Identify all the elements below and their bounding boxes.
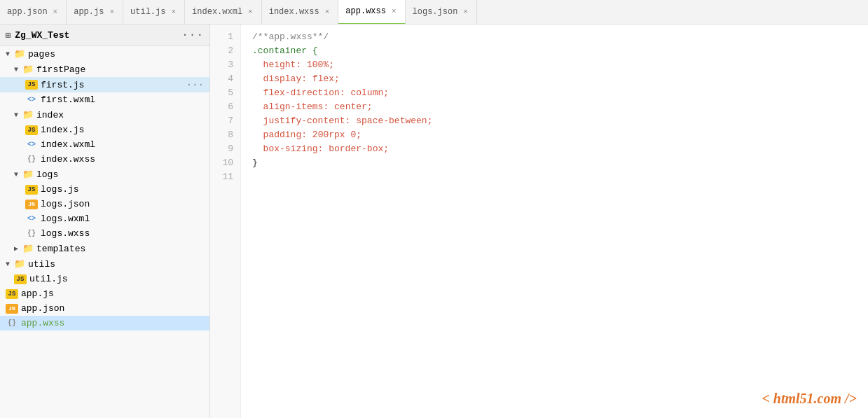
sidebar-header: ⊞ Zg_WX_Test ··· xyxy=(0,25,209,46)
tree-item-utils-folder[interactable]: ▼📁utils xyxy=(0,256,209,272)
folder-icon: 📁 xyxy=(14,258,25,270)
token-property: display: xyxy=(252,74,312,84)
token-brace: } xyxy=(252,158,258,168)
file-label: index.js xyxy=(41,125,84,135)
tab-logs-json[interactable]: logs.json× xyxy=(406,0,477,25)
token-value: flex; xyxy=(312,74,340,84)
line-number: 11 xyxy=(210,170,240,184)
file-label: app.json xyxy=(21,303,64,314)
token-property: padding: xyxy=(252,130,312,140)
tree-item-index-wxss[interactable]: {}index.wxss xyxy=(0,152,209,167)
tab-close-util-js[interactable]: × xyxy=(170,8,177,16)
tab-close-app-wxss[interactable]: × xyxy=(390,7,398,15)
tab-close-index-wxss[interactable]: × xyxy=(324,8,331,16)
file-label: logs.wxml xyxy=(41,214,90,224)
line-number: 10 xyxy=(210,156,240,170)
line-number: 8 xyxy=(210,128,240,142)
tree-item-logs-json[interactable]: JNlogs.json xyxy=(0,197,209,211)
line-number: 6 xyxy=(210,100,240,114)
tab-close-index-wxml[interactable]: × xyxy=(247,8,254,16)
token-property: align-items: xyxy=(252,102,334,112)
code-container: 1234567891011 /**app.wxss**/.container {… xyxy=(210,25,868,418)
file-type-badge: JS xyxy=(25,185,38,195)
tab-app-json[interactable]: app.json× xyxy=(0,0,67,25)
file-label: logs.wxss xyxy=(41,228,90,239)
tree-item-index-folder[interactable]: ▼📁index xyxy=(0,107,209,123)
file-label: logs.js xyxy=(41,184,79,195)
folder-label: pages xyxy=(28,49,55,60)
code-line: } xyxy=(252,156,857,170)
tree-item-app-wxss-file[interactable]: {}app.wxss xyxy=(0,316,209,330)
file-type-badge: JS xyxy=(6,289,18,299)
tree-item-pages[interactable]: ▼📁pages xyxy=(0,46,209,62)
file-type-badge: <> xyxy=(25,214,38,224)
folder-label: firstPage xyxy=(36,64,85,75)
token-value: border-box; xyxy=(329,144,389,154)
tab-app-js[interactable]: app.js× xyxy=(67,0,123,25)
file-label: first.wxml xyxy=(41,95,95,105)
chevron-icon: ▶ xyxy=(14,244,18,253)
file-type-badge: JS xyxy=(25,125,38,135)
folder-icon: 📁 xyxy=(14,48,25,60)
token-property: justify-content: xyxy=(252,116,356,126)
file-more-button[interactable]: ··· xyxy=(186,79,204,90)
line-number: 5 xyxy=(210,86,240,100)
file-label: logs.json xyxy=(41,199,90,209)
folder-label: templates xyxy=(36,244,85,254)
tab-app-wxss[interactable]: app.wxss× xyxy=(338,0,405,25)
line-number: 4 xyxy=(210,72,240,86)
code-content[interactable]: /**app.wxss**/.container { height: 100%;… xyxy=(241,25,868,418)
tree-item-logs-wxml[interactable]: <>logs.wxml xyxy=(0,211,209,226)
file-type-badge: {} xyxy=(25,155,38,165)
tree-item-logs-js[interactable]: JSlogs.js xyxy=(0,182,209,197)
token-value: center; xyxy=(334,102,373,112)
token-property: height: xyxy=(252,60,307,70)
token-value: 200rpx 0; xyxy=(312,130,361,140)
code-line xyxy=(252,170,857,184)
file-label: util.js xyxy=(29,274,68,284)
tab-label-logs-json: logs.json xyxy=(413,7,458,17)
tree-item-firstPage[interactable]: ▼📁firstPage xyxy=(0,62,209,77)
tree-item-templates-folder[interactable]: ▶📁templates xyxy=(0,241,209,256)
token-property: box-sizing: xyxy=(252,144,329,154)
tree-item-app-js-file[interactable]: JSapp.js xyxy=(0,286,209,301)
token-selector: .container { xyxy=(252,46,318,56)
folder-icon: 📁 xyxy=(22,243,34,254)
tab-label-app-js: app.js xyxy=(74,7,104,17)
tab-util-js[interactable]: util.js× xyxy=(123,0,185,25)
tab-index-wxss[interactable]: index.wxss× xyxy=(262,0,339,25)
folder-label: index xyxy=(36,110,64,120)
line-number: 2 xyxy=(210,44,240,58)
tree-item-index-wxml[interactable]: <>index.wxml xyxy=(0,137,209,152)
sidebar: ⊞ Zg_WX_Test ··· ▼📁pages▼📁firstPageJSfir… xyxy=(0,25,210,418)
chevron-icon: ▼ xyxy=(6,50,10,58)
file-type-badge: JS xyxy=(14,274,27,284)
tab-label-index-wxml: index.wxml xyxy=(192,7,242,17)
tab-close-app-json[interactable]: × xyxy=(52,8,60,16)
tree-item-logs-wxss[interactable]: {}logs.wxss xyxy=(0,226,209,241)
tab-index-wxml[interactable]: index.wxml× xyxy=(185,0,262,25)
tree-item-first-wxml[interactable]: <>first.wxml xyxy=(0,92,209,107)
line-number: 1 xyxy=(210,30,240,44)
sidebar-more-button[interactable]: ··· xyxy=(181,29,204,41)
tree-item-first-js[interactable]: JSfirst.js··· xyxy=(0,77,209,92)
tab-close-app-js[interactable]: × xyxy=(108,8,116,16)
editor-area[interactable]: 1234567891011 /**app.wxss**/.container {… xyxy=(210,25,868,418)
tab-label-app-json: app.json xyxy=(7,7,48,17)
file-label: first.js xyxy=(41,80,84,90)
code-line: box-sizing: border-box; xyxy=(252,142,857,156)
code-line: /**app.wxss**/ xyxy=(252,30,857,44)
tree-item-app-json-file[interactable]: JNapp.json xyxy=(0,301,209,316)
tree-item-index-js[interactable]: JSindex.js xyxy=(0,123,209,137)
tree-item-logs-folder[interactable]: ▼📁logs xyxy=(0,167,209,182)
sidebar-header-left: ⊞ Zg_WX_Test xyxy=(6,30,69,41)
file-label: index.wxml xyxy=(41,139,95,150)
file-type-badge: {} xyxy=(6,319,18,328)
token-value: column; xyxy=(350,88,389,98)
tab-close-logs-json[interactable]: × xyxy=(462,8,469,16)
code-line: flex-direction: column; xyxy=(252,86,857,100)
tree-item-util-js-file[interactable]: JSutil.js xyxy=(0,272,209,286)
chevron-icon: ▼ xyxy=(14,66,18,74)
code-line: .container { xyxy=(252,44,857,58)
token-value: 100%; xyxy=(307,60,334,70)
